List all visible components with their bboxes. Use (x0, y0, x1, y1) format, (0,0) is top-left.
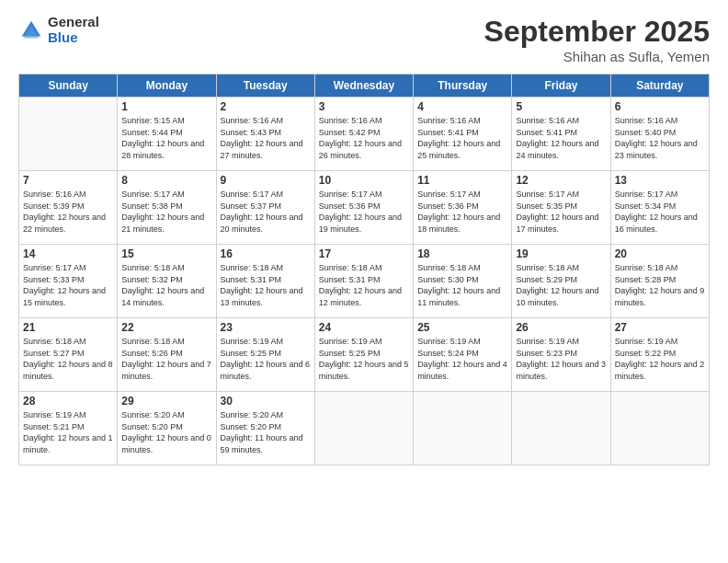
calendar-cell: 2Sunrise: 5:16 AMSunset: 5:43 PMDaylight… (216, 98, 314, 171)
calendar-cell: 27Sunrise: 5:19 AMSunset: 5:22 PMDayligh… (610, 318, 709, 392)
day-info: Sunrise: 5:17 AMSunset: 5:36 PMDaylight:… (417, 189, 507, 235)
day-number: 30 (221, 395, 311, 408)
day-info: Sunrise: 5:19 AMSunset: 5:22 PMDaylight:… (615, 336, 705, 382)
calendar-cell: 17Sunrise: 5:18 AMSunset: 5:31 PMDayligh… (314, 245, 413, 318)
day-number: 24 (319, 321, 409, 334)
day-info: Sunrise: 5:17 AMSunset: 5:36 PMDaylight:… (319, 189, 409, 235)
day-number: 29 (121, 395, 211, 408)
day-info: Sunrise: 5:16 AMSunset: 5:43 PMDaylight:… (221, 115, 311, 161)
calendar-week-row: 28Sunrise: 5:19 AMSunset: 5:21 PMDayligh… (19, 392, 710, 465)
day-info: Sunrise: 5:16 AMSunset: 5:39 PMDaylight:… (23, 189, 113, 235)
day-number: 18 (417, 247, 507, 260)
day-number: 20 (615, 247, 705, 260)
day-info: Sunrise: 5:18 AMSunset: 5:27 PMDaylight:… (23, 336, 113, 382)
calendar-week-row: 21Sunrise: 5:18 AMSunset: 5:27 PMDayligh… (19, 318, 710, 392)
day-number: 7 (23, 174, 113, 187)
dow-header: Friday (512, 75, 610, 98)
calendar-cell: 14Sunrise: 5:17 AMSunset: 5:33 PMDayligh… (19, 245, 118, 318)
calendar-cell: 8Sunrise: 5:17 AMSunset: 5:38 PMDaylight… (118, 171, 216, 245)
calendar-cell: 20Sunrise: 5:18 AMSunset: 5:28 PMDayligh… (610, 245, 709, 318)
day-number: 16 (221, 247, 311, 260)
logo: General Blue (18, 15, 99, 45)
day-info: Sunrise: 5:18 AMSunset: 5:31 PMDaylight:… (221, 262, 311, 308)
day-info: Sunrise: 5:17 AMSunset: 5:38 PMDaylight:… (121, 189, 211, 235)
day-number: 9 (221, 174, 311, 187)
day-info: Sunrise: 5:16 AMSunset: 5:42 PMDaylight:… (319, 115, 409, 161)
day-number: 4 (417, 100, 507, 113)
day-info: Sunrise: 5:17 AMSunset: 5:35 PMDaylight:… (516, 189, 606, 235)
calendar-week-row: 14Sunrise: 5:17 AMSunset: 5:33 PMDayligh… (19, 245, 710, 318)
calendar-cell: 1Sunrise: 5:15 AMSunset: 5:44 PMDaylight… (118, 98, 216, 171)
day-info: Sunrise: 5:15 AMSunset: 5:44 PMDaylight:… (121, 115, 211, 161)
dow-header: Wednesday (314, 75, 413, 98)
calendar-cell: 26Sunrise: 5:19 AMSunset: 5:23 PMDayligh… (512, 318, 610, 392)
day-number: 17 (319, 247, 409, 260)
day-number: 8 (121, 174, 211, 187)
calendar-cell (414, 392, 512, 465)
calendar-cell (314, 392, 413, 465)
day-number: 11 (417, 174, 507, 187)
day-info: Sunrise: 5:18 AMSunset: 5:30 PMDaylight:… (417, 262, 507, 308)
day-info: Sunrise: 5:19 AMSunset: 5:25 PMDaylight:… (319, 336, 409, 382)
dow-header: Tuesday (216, 75, 314, 98)
day-number: 6 (615, 100, 705, 113)
header: General Blue September 2025 Shihan as Su… (18, 15, 710, 64)
calendar-cell: 12Sunrise: 5:17 AMSunset: 5:35 PMDayligh… (512, 171, 610, 245)
calendar-cell: 15Sunrise: 5:18 AMSunset: 5:32 PMDayligh… (118, 245, 216, 318)
calendar-cell: 30Sunrise: 5:20 AMSunset: 5:20 PMDayligh… (216, 392, 314, 465)
calendar-cell: 22Sunrise: 5:18 AMSunset: 5:26 PMDayligh… (118, 318, 216, 392)
calendar-cell: 6Sunrise: 5:16 AMSunset: 5:40 PMDaylight… (610, 98, 709, 171)
day-info: Sunrise: 5:20 AMSunset: 5:20 PMDaylight:… (121, 409, 211, 455)
calendar-cell: 4Sunrise: 5:16 AMSunset: 5:41 PMDaylight… (414, 98, 512, 171)
day-number: 2 (221, 100, 311, 113)
day-info: Sunrise: 5:18 AMSunset: 5:28 PMDaylight:… (615, 262, 705, 308)
days-of-week-row: SundayMondayTuesdayWednesdayThursdayFrid… (19, 75, 710, 98)
day-info: Sunrise: 5:19 AMSunset: 5:21 PMDaylight:… (23, 409, 113, 455)
calendar-cell: 25Sunrise: 5:19 AMSunset: 5:24 PMDayligh… (414, 318, 512, 392)
day-number: 22 (121, 321, 211, 334)
calendar-cell: 3Sunrise: 5:16 AMSunset: 5:42 PMDaylight… (314, 98, 413, 171)
day-info: Sunrise: 5:18 AMSunset: 5:32 PMDaylight:… (121, 262, 211, 308)
day-number: 25 (417, 321, 507, 334)
calendar-cell (19, 98, 118, 171)
calendar-cell: 28Sunrise: 5:19 AMSunset: 5:21 PMDayligh… (19, 392, 118, 465)
day-number: 23 (221, 321, 311, 334)
day-info: Sunrise: 5:20 AMSunset: 5:20 PMDaylight:… (221, 409, 311, 455)
calendar-body: 1Sunrise: 5:15 AMSunset: 5:44 PMDaylight… (19, 98, 710, 465)
day-number: 28 (23, 395, 113, 408)
dow-header: Thursday (414, 75, 512, 98)
calendar-cell: 9Sunrise: 5:17 AMSunset: 5:37 PMDaylight… (216, 171, 314, 245)
day-number: 10 (319, 174, 409, 187)
calendar-cell: 16Sunrise: 5:18 AMSunset: 5:31 PMDayligh… (216, 245, 314, 318)
logo-blue-label: Blue (48, 30, 99, 46)
day-info: Sunrise: 5:19 AMSunset: 5:23 PMDaylight:… (516, 336, 606, 382)
calendar-cell: 11Sunrise: 5:17 AMSunset: 5:36 PMDayligh… (414, 171, 512, 245)
logo-icon (18, 17, 44, 43)
day-info: Sunrise: 5:17 AMSunset: 5:34 PMDaylight:… (615, 189, 705, 235)
logo-text: General Blue (48, 15, 99, 45)
calendar-cell: 23Sunrise: 5:19 AMSunset: 5:25 PMDayligh… (216, 318, 314, 392)
dow-header: Saturday (610, 75, 709, 98)
day-number: 15 (121, 247, 211, 260)
calendar-week-row: 7Sunrise: 5:16 AMSunset: 5:39 PMDaylight… (19, 171, 710, 245)
day-number: 13 (615, 174, 705, 187)
calendar-cell: 7Sunrise: 5:16 AMSunset: 5:39 PMDaylight… (19, 171, 118, 245)
dow-header: Monday (118, 75, 216, 98)
day-info: Sunrise: 5:17 AMSunset: 5:37 PMDaylight:… (221, 189, 311, 235)
calendar-cell: 18Sunrise: 5:18 AMSunset: 5:30 PMDayligh… (414, 245, 512, 318)
calendar-cell: 10Sunrise: 5:17 AMSunset: 5:36 PMDayligh… (314, 171, 413, 245)
month-title: September 2025 (484, 15, 710, 49)
calendar-cell: 19Sunrise: 5:18 AMSunset: 5:29 PMDayligh… (512, 245, 610, 318)
day-number: 5 (516, 100, 606, 113)
day-info: Sunrise: 5:18 AMSunset: 5:31 PMDaylight:… (319, 262, 409, 308)
page: General Blue September 2025 Shihan as Su… (0, 0, 728, 563)
day-number: 12 (516, 174, 606, 187)
day-info: Sunrise: 5:16 AMSunset: 5:41 PMDaylight:… (516, 115, 606, 161)
day-info: Sunrise: 5:16 AMSunset: 5:40 PMDaylight:… (615, 115, 705, 161)
day-info: Sunrise: 5:19 AMSunset: 5:25 PMDaylight:… (221, 336, 311, 382)
calendar-cell: 29Sunrise: 5:20 AMSunset: 5:20 PMDayligh… (118, 392, 216, 465)
calendar-week-row: 1Sunrise: 5:15 AMSunset: 5:44 PMDaylight… (19, 98, 710, 171)
day-info: Sunrise: 5:16 AMSunset: 5:41 PMDaylight:… (417, 115, 507, 161)
day-number: 21 (23, 321, 113, 334)
calendar-cell (610, 392, 709, 465)
